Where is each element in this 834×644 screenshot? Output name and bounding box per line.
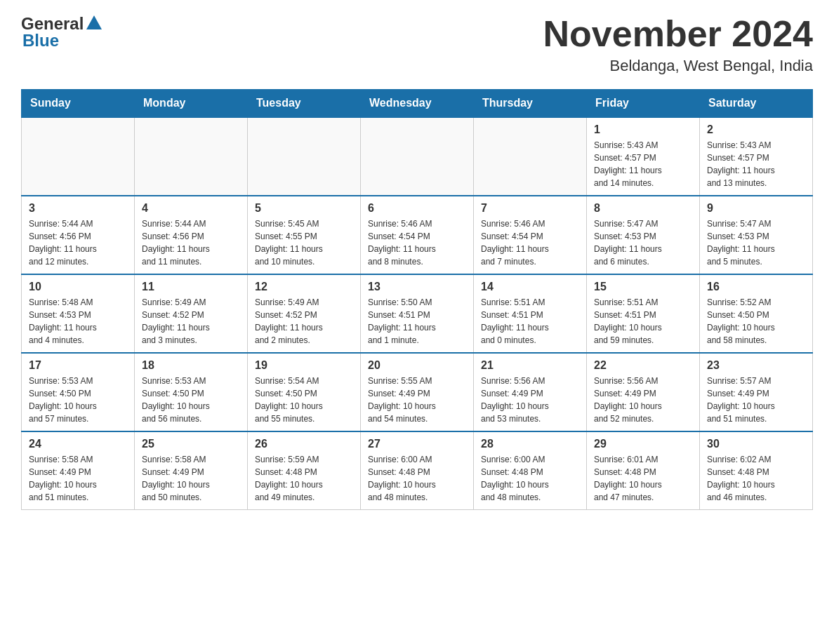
- day-info: Sunrise: 5:57 AMSunset: 4:49 PMDaylight:…: [707, 375, 805, 425]
- col-tuesday: Tuesday: [248, 90, 361, 118]
- day-info: Sunrise: 5:56 AMSunset: 4:49 PMDaylight:…: [594, 375, 692, 425]
- table-row: 1Sunrise: 5:43 AMSunset: 4:57 PMDaylight…: [587, 117, 700, 196]
- day-info: Sunrise: 5:55 AMSunset: 4:49 PMDaylight:…: [368, 375, 466, 425]
- col-wednesday: Wednesday: [361, 90, 474, 118]
- day-info: Sunrise: 5:53 AMSunset: 4:50 PMDaylight:…: [29, 375, 127, 425]
- table-row: 27Sunrise: 6:00 AMSunset: 4:48 PMDayligh…: [361, 431, 474, 510]
- calendar-week-row: 1Sunrise: 5:43 AMSunset: 4:57 PMDaylight…: [22, 117, 813, 196]
- calendar-header-row: Sunday Monday Tuesday Wednesday Thursday…: [22, 90, 813, 118]
- day-number: 12: [255, 281, 353, 293]
- day-info: Sunrise: 5:51 AMSunset: 4:51 PMDaylight:…: [481, 296, 579, 347]
- day-number: 18: [142, 359, 240, 372]
- day-number: 20: [368, 359, 466, 372]
- day-number: 13: [368, 281, 466, 293]
- day-info: Sunrise: 5:51 AMSunset: 4:51 PMDaylight:…: [594, 296, 692, 347]
- table-row: 8Sunrise: 5:47 AMSunset: 4:53 PMDaylight…: [587, 196, 700, 274]
- day-info: Sunrise: 5:47 AMSunset: 4:53 PMDaylight:…: [707, 217, 805, 268]
- logo-blue-text: Blue: [22, 31, 59, 51]
- table-row: 26Sunrise: 5:59 AMSunset: 4:48 PMDayligh…: [248, 431, 361, 510]
- header-title-block: November 2024 Beldanga, West Bengal, Ind…: [543, 14, 813, 75]
- page-header: General Blue November 2024 Beldanga, Wes…: [21, 14, 813, 75]
- table-row: [135, 117, 248, 196]
- day-number: 5: [255, 202, 353, 215]
- table-row: 28Sunrise: 6:00 AMSunset: 4:48 PMDayligh…: [474, 431, 587, 510]
- day-number: 6: [368, 202, 466, 215]
- table-row: 7Sunrise: 5:46 AMSunset: 4:54 PMDaylight…: [474, 196, 587, 274]
- day-info: Sunrise: 5:44 AMSunset: 4:56 PMDaylight:…: [29, 217, 127, 268]
- day-info: Sunrise: 5:54 AMSunset: 4:50 PMDaylight:…: [255, 375, 353, 425]
- day-number: 14: [481, 281, 579, 293]
- table-row: 12Sunrise: 5:49 AMSunset: 4:52 PMDayligh…: [248, 274, 361, 353]
- table-row: [248, 117, 361, 196]
- day-info: Sunrise: 5:44 AMSunset: 4:56 PMDaylight:…: [142, 217, 240, 268]
- day-number: 7: [481, 202, 579, 215]
- day-info: Sunrise: 5:46 AMSunset: 4:54 PMDaylight:…: [368, 217, 466, 268]
- logo-triangle-icon: [86, 15, 102, 32]
- day-number: 29: [594, 438, 692, 450]
- day-info: Sunrise: 6:02 AMSunset: 4:48 PMDaylight:…: [707, 453, 805, 504]
- table-row: 4Sunrise: 5:44 AMSunset: 4:56 PMDaylight…: [135, 196, 248, 274]
- day-info: Sunrise: 5:43 AMSunset: 4:57 PMDaylight:…: [707, 139, 805, 189]
- table-row: 6Sunrise: 5:46 AMSunset: 4:54 PMDaylight…: [361, 196, 474, 274]
- day-number: 19: [255, 359, 353, 372]
- logo: General Blue: [21, 14, 102, 51]
- col-thursday: Thursday: [474, 90, 587, 118]
- table-row: 5Sunrise: 5:45 AMSunset: 4:55 PMDaylight…: [248, 196, 361, 274]
- day-number: 23: [707, 359, 805, 372]
- calendar-week-row: 17Sunrise: 5:53 AMSunset: 4:50 PMDayligh…: [22, 353, 813, 431]
- col-sunday: Sunday: [22, 90, 135, 118]
- day-number: 25: [142, 438, 240, 450]
- day-info: Sunrise: 6:00 AMSunset: 4:48 PMDaylight:…: [481, 453, 579, 504]
- table-row: 25Sunrise: 5:58 AMSunset: 4:49 PMDayligh…: [135, 431, 248, 510]
- calendar-week-row: 24Sunrise: 5:58 AMSunset: 4:49 PMDayligh…: [22, 431, 813, 510]
- day-number: 26: [255, 438, 353, 450]
- day-number: 22: [594, 359, 692, 372]
- day-number: 11: [142, 281, 240, 293]
- day-info: Sunrise: 5:53 AMSunset: 4:50 PMDaylight:…: [142, 375, 240, 425]
- day-info: Sunrise: 5:58 AMSunset: 4:49 PMDaylight:…: [29, 453, 127, 504]
- day-info: Sunrise: 5:48 AMSunset: 4:53 PMDaylight:…: [29, 296, 127, 347]
- day-number: 15: [594, 281, 692, 293]
- day-info: Sunrise: 5:49 AMSunset: 4:52 PMDaylight:…: [255, 296, 353, 347]
- calendar-week-row: 10Sunrise: 5:48 AMSunset: 4:53 PMDayligh…: [22, 274, 813, 353]
- day-info: Sunrise: 5:56 AMSunset: 4:49 PMDaylight:…: [481, 375, 579, 425]
- table-row: 19Sunrise: 5:54 AMSunset: 4:50 PMDayligh…: [248, 353, 361, 431]
- day-info: Sunrise: 6:00 AMSunset: 4:48 PMDaylight:…: [368, 453, 466, 504]
- col-monday: Monday: [135, 90, 248, 118]
- table-row: 11Sunrise: 5:49 AMSunset: 4:52 PMDayligh…: [135, 274, 248, 353]
- table-row: 10Sunrise: 5:48 AMSunset: 4:53 PMDayligh…: [22, 274, 135, 353]
- day-number: 1: [594, 123, 692, 136]
- day-number: 3: [29, 202, 127, 215]
- day-number: 21: [481, 359, 579, 372]
- table-row: 21Sunrise: 5:56 AMSunset: 4:49 PMDayligh…: [474, 353, 587, 431]
- table-row: [361, 117, 474, 196]
- day-info: Sunrise: 5:46 AMSunset: 4:54 PMDaylight:…: [481, 217, 579, 268]
- day-info: Sunrise: 5:45 AMSunset: 4:55 PMDaylight:…: [255, 217, 353, 268]
- day-number: 16: [707, 281, 805, 293]
- table-row: 3Sunrise: 5:44 AMSunset: 4:56 PMDaylight…: [22, 196, 135, 274]
- day-number: 17: [29, 359, 127, 372]
- day-info: Sunrise: 5:59 AMSunset: 4:48 PMDaylight:…: [255, 453, 353, 504]
- table-row: 23Sunrise: 5:57 AMSunset: 4:49 PMDayligh…: [700, 353, 813, 431]
- table-row: 22Sunrise: 5:56 AMSunset: 4:49 PMDayligh…: [587, 353, 700, 431]
- day-number: 8: [594, 202, 692, 215]
- table-row: 18Sunrise: 5:53 AMSunset: 4:50 PMDayligh…: [135, 353, 248, 431]
- day-number: 2: [707, 123, 805, 136]
- table-row: 2Sunrise: 5:43 AMSunset: 4:57 PMDaylight…: [700, 117, 813, 196]
- day-number: 30: [707, 438, 805, 450]
- col-saturday: Saturday: [700, 90, 813, 118]
- day-number: 24: [29, 438, 127, 450]
- month-title: November 2024: [543, 14, 813, 54]
- table-row: 30Sunrise: 6:02 AMSunset: 4:48 PMDayligh…: [700, 431, 813, 510]
- table-row: 20Sunrise: 5:55 AMSunset: 4:49 PMDayligh…: [361, 353, 474, 431]
- day-number: 28: [481, 438, 579, 450]
- day-number: 9: [707, 202, 805, 215]
- calendar-table: Sunday Monday Tuesday Wednesday Thursday…: [21, 89, 813, 510]
- day-info: Sunrise: 5:50 AMSunset: 4:51 PMDaylight:…: [368, 296, 466, 347]
- table-row: 17Sunrise: 5:53 AMSunset: 4:50 PMDayligh…: [22, 353, 135, 431]
- table-row: 24Sunrise: 5:58 AMSunset: 4:49 PMDayligh…: [22, 431, 135, 510]
- table-row: [474, 117, 587, 196]
- day-number: 4: [142, 202, 240, 215]
- location-subtitle: Beldanga, West Bengal, India: [543, 57, 813, 75]
- table-row: 9Sunrise: 5:47 AMSunset: 4:53 PMDaylight…: [700, 196, 813, 274]
